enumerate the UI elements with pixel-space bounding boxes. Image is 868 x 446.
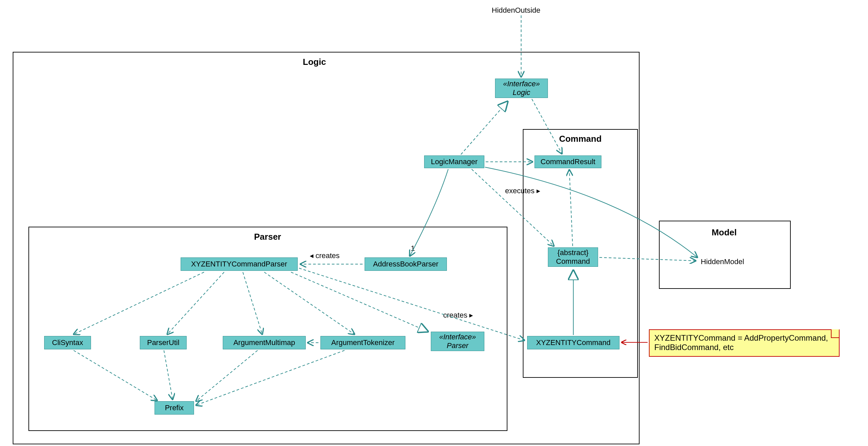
node-parser-interface-name: Parser xyxy=(447,341,469,350)
label-creates-1-text: creates xyxy=(315,251,340,260)
hidden-model-label: HiddenModel xyxy=(701,257,744,266)
node-xyz-entity-command-parser-label: XYZENTITYCommandParser xyxy=(191,260,287,268)
label-one: 1 xyxy=(411,244,415,253)
node-command-result-label: CommandResult xyxy=(540,157,595,166)
node-argument-multimap: ArgumentMultimap xyxy=(223,336,306,349)
node-parser-interface-stereo: «Interface» xyxy=(439,333,476,341)
node-argument-multimap-label: ArgumentMultimap xyxy=(234,338,296,347)
node-argument-tokenizer-label: ArgumentTokenizer xyxy=(331,338,395,347)
node-abstract-command-name: Command xyxy=(556,257,590,266)
node-logic-interface: «Interface» Logic xyxy=(495,78,548,98)
note-text: XYZENTITYCommand = AddPropertyCommand, F… xyxy=(654,333,828,352)
node-prefix: Prefix xyxy=(155,401,194,415)
package-model-title: Model xyxy=(701,227,748,238)
hidden-outside-label: HiddenOutside xyxy=(492,6,540,15)
node-xyz-entity-command-parser: XYZENTITYCommandParser xyxy=(181,257,298,271)
node-address-book-parser-label: AddressBookParser xyxy=(373,260,438,268)
node-parser-util-label: ParserUtil xyxy=(147,338,180,347)
package-logic-title: Logic xyxy=(291,57,338,67)
node-parser-interface: «Interface» Parser xyxy=(431,332,484,351)
node-argument-tokenizer: ArgumentTokenizer xyxy=(320,336,405,349)
package-command-title: Command xyxy=(557,134,604,144)
node-logic-interface-stereo: «Interface» xyxy=(503,79,540,88)
triangle-right-icon: ▸ xyxy=(469,311,473,319)
label-executes-text: executes xyxy=(505,187,534,195)
node-address-book-parser: AddressBookParser xyxy=(365,257,447,271)
node-abstract-command: {abstract} Command xyxy=(548,247,598,267)
package-parser-title: Parser xyxy=(244,232,291,242)
node-logic-manager: LogicManager xyxy=(424,156,484,168)
node-parser-util: ParserUtil xyxy=(140,336,187,349)
node-logic-manager-label: LogicManager xyxy=(431,157,477,166)
label-creates-1: ◂ creates xyxy=(310,251,340,260)
node-prefix-label: Prefix xyxy=(165,404,184,412)
label-executes: executes ▸ xyxy=(505,187,540,195)
label-creates-2-text: creates xyxy=(443,311,467,319)
node-cli-syntax: CliSyntax xyxy=(44,336,91,349)
triangle-right-icon-2: ▸ xyxy=(536,187,540,195)
node-logic-interface-name: Logic xyxy=(513,88,530,97)
node-command-result: CommandResult xyxy=(534,156,601,168)
node-xyz-entity-command-label: XYZENTITYCommand xyxy=(536,338,611,347)
node-cli-syntax-label: CliSyntax xyxy=(52,338,83,347)
node-xyz-entity-command: XYZENTITYCommand xyxy=(527,336,619,349)
node-abstract-command-stereo: {abstract} xyxy=(558,248,589,257)
label-creates-2: creates ▸ xyxy=(443,311,473,320)
triangle-left-icon: ◂ xyxy=(310,251,313,260)
note-xyz-entity-command: XYZENTITYCommand = AddPropertyCommand, F… xyxy=(649,329,840,357)
